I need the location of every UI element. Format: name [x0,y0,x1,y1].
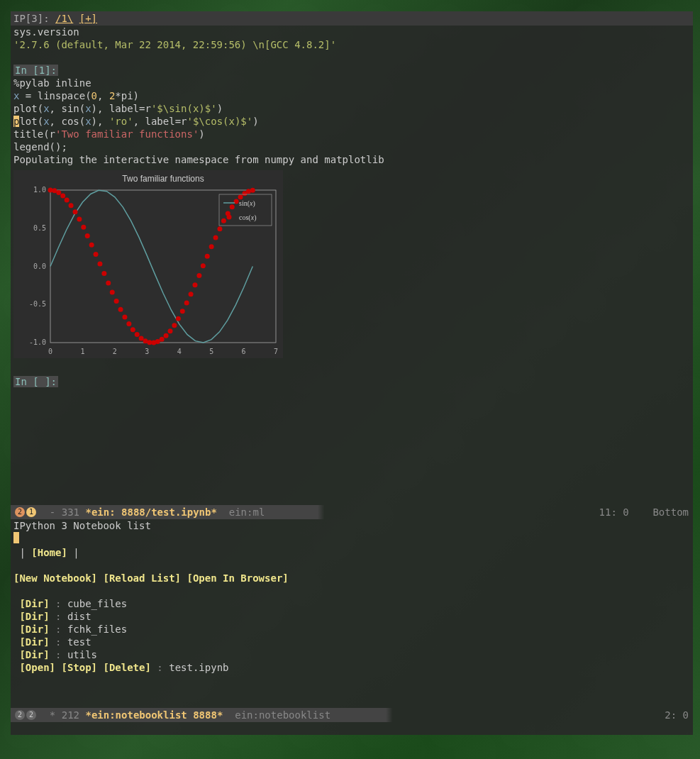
scroll-pos: Bottom [652,506,689,518]
file-name: test.ipynb [169,662,228,673]
dir-entry: [Dir] : utils [13,648,690,661]
svg-text:0.5: 0.5 [33,224,46,232]
dir-entry: [Dir] : fchk_files [13,623,690,636]
cell-prompt: In [1]: [13,65,58,76]
svg-point-68 [227,215,232,220]
svg-point-64 [250,188,255,193]
svg-point-37 [139,336,144,340]
open-button[interactable]: [Open] [19,662,55,673]
svg-point-32 [118,307,123,312]
code-line[interactable]: plot(x, sin(x), label=r'$\sin(x)$') [13,102,690,115]
svg-point-29 [106,281,111,286]
svg-text:5: 5 [209,348,213,355]
code-line[interactable]: %pylab inline [13,77,690,89]
badge-icon: 2 [15,507,25,517]
svg-point-33 [122,314,127,319]
mode-name: ein:ml [229,506,265,518]
minibuffer[interactable] [11,722,693,735]
svg-point-54 [209,244,214,249]
home-link[interactable]: [Home] [31,547,67,558]
svg-point-41 [155,339,160,344]
notebooklist-title: IPython 3 Notebook list [13,519,690,532]
reload-list-button[interactable]: [Reload List] [103,572,181,584]
tab-bar: IP[3]: /1\ [+] [11,11,693,26]
tab-add-button[interactable]: [+] [79,13,97,24]
svg-point-44 [167,328,172,333]
new-notebook-button[interactable]: [New Notebook] [13,572,97,584]
svg-point-28 [101,271,106,276]
svg-point-63 [246,189,251,194]
svg-point-27 [97,262,102,267]
svg-point-52 [201,263,206,268]
svg-text:7: 7 [274,348,278,355]
badge-icon: 2 [26,710,36,720]
svg-point-35 [130,327,135,332]
svg-text:0.0: 0.0 [33,262,46,270]
stdout-line: Populating the interactive namespace fro… [13,153,690,166]
svg-point-30 [110,290,115,295]
svg-point-15 [48,188,53,193]
stop-button[interactable]: [Stop] [61,662,97,673]
matplotlib-output: Two familiar functions01234567-1.0-0.50.… [13,170,283,358]
modeline-bottom: 22 * 212 *ein:notebooklist 8888* ein:not… [11,708,693,722]
svg-point-53 [205,254,210,259]
svg-text:3: 3 [145,348,149,355]
notebook-pane[interactable]: sys.version '2.7.6 (default, Mar 22 2014… [11,26,693,505]
svg-point-56 [217,226,222,231]
svg-point-17 [56,190,61,195]
notebooklist-pane[interactable]: IPython 3 Notebook list | [Home] | [New … [11,519,693,708]
svg-text:Two familiar functions: Two familiar functions [122,174,204,184]
svg-text:1.0: 1.0 [33,186,46,194]
dir-link[interactable]: [Dir] [19,649,49,660]
svg-text:2: 2 [113,348,117,355]
svg-text:1: 1 [80,348,84,355]
svg-point-49 [189,292,194,297]
dir-entry: [Dir] : cube_files [13,597,690,610]
svg-point-22 [77,217,82,222]
tab-prefix: IP[3]: [13,13,55,24]
output-line: '2.7.6 (default, Mar 22 2014, 22:59:56) … [13,38,690,51]
svg-point-51 [196,273,201,278]
code-line[interactable]: legend(); [13,140,690,153]
svg-text:sin(x): sin(x) [239,199,255,208]
cursor [13,532,19,543]
svg-point-25 [89,243,94,248]
svg-point-20 [69,203,74,208]
cursor-pos: 2: 0 [665,709,689,721]
code-line[interactable]: plot(x, cos(x), 'ro', label=r'$\cos(x)$'… [13,115,690,128]
buffer-name: *ein:notebooklist 8888* [85,709,223,721]
svg-text:0: 0 [48,348,52,355]
buffer-name: *ein: 8888/test.ipynb* [85,506,216,518]
svg-point-46 [176,316,181,321]
svg-point-47 [180,309,185,314]
tab-active[interactable]: /1\ [55,13,73,24]
code-line[interactable]: x = linspace(0, 2*pi) [13,89,690,102]
svg-point-55 [213,235,218,240]
svg-point-59 [230,204,235,209]
svg-point-43 [164,333,169,338]
dir-link[interactable]: [Dir] [19,636,49,648]
open-in-browser-button[interactable]: [Open In Browser] [187,572,288,584]
svg-text:4: 4 [177,348,182,355]
svg-text:cos(x): cos(x) [239,214,256,222]
dir-link[interactable]: [Dir] [19,624,49,635]
modeline-top: 21 - 331 *ein: 8888/test.ipynb* ein:ml 1… [11,505,693,519]
svg-text:6: 6 [242,348,246,355]
svg-point-21 [72,209,77,214]
code-line: sys.version [13,26,690,38]
dir-link[interactable]: [Dir] [19,598,49,609]
svg-point-31 [114,299,119,304]
svg-point-24 [85,233,90,238]
svg-point-19 [65,198,70,203]
svg-point-57 [221,218,226,223]
emacs-window: IP[3]: /1\ [+] sys.version '2.7.6 (defau… [11,11,693,735]
cell-prompt-empty: In [ ]: [13,376,58,387]
dir-link[interactable]: [Dir] [19,611,49,622]
svg-point-23 [81,225,86,230]
code-line[interactable]: title(r'Two familiar functions') [13,128,690,140]
svg-point-45 [172,323,177,328]
mode-name: ein:notebooklist [235,709,330,721]
delete-button[interactable]: [Delete] [103,662,150,673]
dir-entry: [Dir] : dist [13,610,690,623]
svg-point-48 [184,301,189,306]
